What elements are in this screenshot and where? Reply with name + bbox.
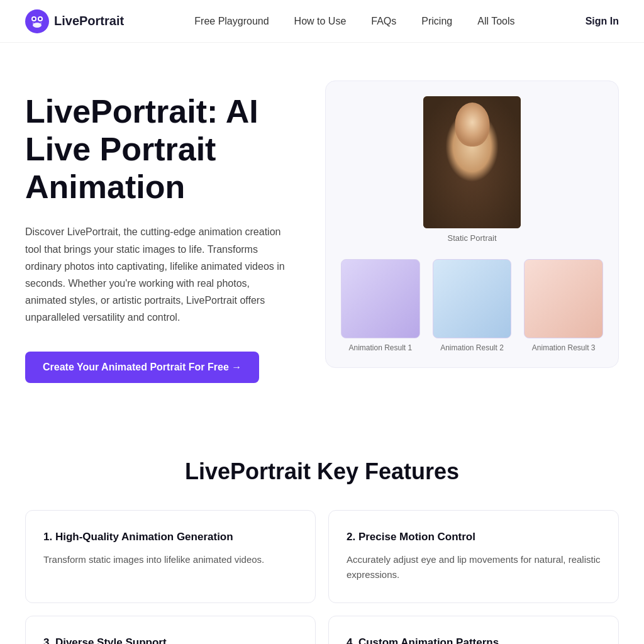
- portrait-image: [423, 96, 521, 228]
- anim-box-1: [341, 259, 420, 338]
- svg-point-0: [25, 9, 49, 33]
- animation-results: Animation Result 1 Animation Result 2 An…: [341, 259, 603, 352]
- nav-item-faqs[interactable]: FAQs: [371, 16, 396, 27]
- hero-title: LivePortrait: AI Live Portrait Animation: [25, 93, 287, 206]
- logo[interactable]: LivePortrait: [25, 9, 124, 33]
- portrait-container: Static Portrait: [423, 96, 521, 243]
- hero-demo: Static Portrait Animation Result 1 Anima…: [325, 80, 619, 368]
- features-section: LivePortrait Key Features 1. High-Qualit…: [0, 433, 644, 644]
- nav-links: Free Playground How to Use FAQs Pricing …: [194, 16, 514, 27]
- anim-box-2: [433, 259, 512, 338]
- svg-point-3: [33, 18, 35, 20]
- anim-label-2: Animation Result 2: [440, 343, 504, 352]
- feature-card-1: 1. High-Quality Animation Generation Tra…: [25, 510, 316, 603]
- cta-button[interactable]: Create Your Animated Portrait For Free →: [25, 352, 259, 383]
- hero-section: LivePortrait: AI Live Portrait Animation…: [0, 43, 644, 433]
- nav-item-pricing[interactable]: Pricing: [421, 16, 452, 27]
- anim-result-2: Animation Result 2: [433, 259, 512, 352]
- feature-1-desc: Transform static images into lifelike an…: [43, 552, 297, 567]
- feature-card-3: 3. Diverse Style Support Compatible with…: [25, 616, 316, 644]
- feature-2-title: 2. Precise Motion Control: [347, 531, 601, 543]
- anim-result-3: Animation Result 3: [524, 259, 603, 352]
- anim-box-3: [524, 259, 603, 338]
- nav-item-how-to-use[interactable]: How to Use: [294, 16, 347, 27]
- logo-icon: [25, 9, 49, 33]
- signin-button[interactable]: Sign In: [586, 16, 619, 27]
- nav-item-free-playground[interactable]: Free Playground: [194, 16, 269, 27]
- brand-name: LivePortrait: [54, 14, 124, 28]
- anim-result-1: Animation Result 1: [341, 259, 420, 352]
- feature-3-title: 3. Diverse Style Support: [43, 636, 297, 644]
- features-grid: 1. High-Quality Animation Generation Tra…: [25, 510, 619, 644]
- svg-point-4: [39, 18, 42, 20]
- anim-label-3: Animation Result 3: [532, 343, 596, 352]
- feature-card-2: 2. Precise Motion Control Accurately adj…: [328, 510, 619, 603]
- static-portrait-label: Static Portrait: [447, 233, 496, 243]
- feature-4-title: 4. Custom Animation Patterns: [347, 636, 601, 644]
- hero-description: Discover LivePortrait, the cutting-edge …: [25, 223, 287, 326]
- anim-label-1: Animation Result 1: [348, 343, 412, 352]
- features-title: LivePortrait Key Features: [25, 458, 619, 485]
- feature-2-desc: Accurately adjust eye and lip movements …: [347, 552, 601, 582]
- nav-item-all-tools[interactable]: All Tools: [477, 16, 514, 27]
- feature-1-title: 1. High-Quality Animation Generation: [43, 531, 297, 543]
- feature-card-4: 4. Custom Animation Patterns Use preset …: [328, 616, 619, 644]
- navbar: LivePortrait Free Playground How to Use …: [0, 0, 644, 43]
- hero-text: LivePortrait: AI Live Portrait Animation…: [25, 80, 287, 383]
